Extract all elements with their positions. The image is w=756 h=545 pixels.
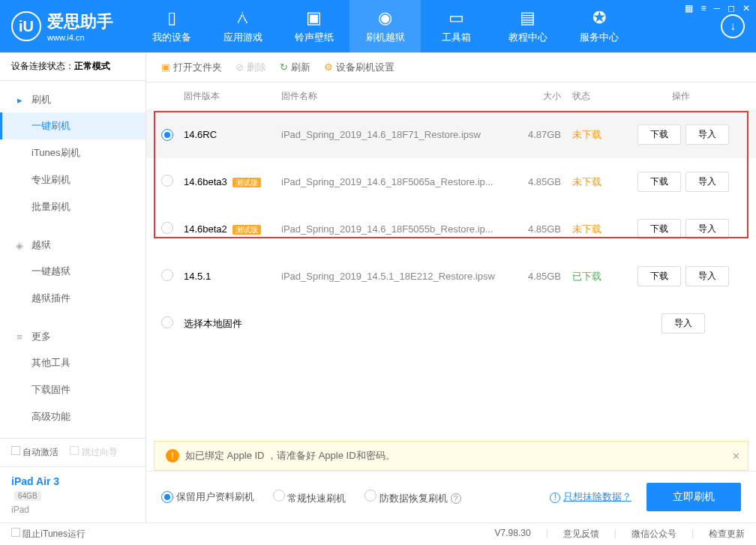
row-version: 14.6beta2 测试版 [184,223,281,235]
gift-icon[interactable]: ▦ [685,3,693,13]
feedback-link[interactable]: 意见反馈 [563,528,599,541]
download-button[interactable]: 下载 [638,266,681,286]
sidebar-item-advanced[interactable]: 高级功能 [0,403,146,430]
nav-apps[interactable]: ⩑应用游戏 [207,0,278,52]
row-radio[interactable] [161,269,173,281]
sidebar-item-other[interactable]: 其他工具 [0,349,146,376]
row-radio[interactable] [161,222,173,234]
row-status: 已下载 [561,270,621,283]
download-button[interactable]: ↓ [721,14,745,38]
sidebar-group-flash[interactable]: ▸刷机 [0,87,146,112]
beta-badge: 测试版 [232,178,261,187]
sidebar-item-jailbreak[interactable]: 一键越狱 [0,258,146,285]
music-icon: ▣ [306,8,322,28]
row-version: 选择本地固件 [184,317,281,331]
nav-flash[interactable]: ◉刷机越狱 [350,0,421,52]
firmware-row[interactable]: 14.6beta2 测试版iPad_Spring_2019_14.6_18F50… [146,205,756,253]
beta-badge: 测试版 [232,225,261,235]
more-icon: ≡ [14,331,26,343]
shield-icon: ◉ [378,8,392,28]
minimize-icon[interactable]: ─ [713,3,720,13]
main-content: ▣打开文件夹 ⊘删除 ↻刷新 ⚙设备刷机设置 固件版本 固件名称 大小 状态 操… [146,52,756,523]
nav-tutorials[interactable]: ▤教程中心 [492,0,563,52]
close-icon[interactable]: ✕ [742,3,750,13]
th-version: 固件版本 [184,90,281,103]
firmware-row[interactable]: 14.6beta3 测试版iPad_Spring_2019_14.6_18F50… [146,158,756,205]
row-version: 14.6beta3 测试版 [184,176,281,188]
download-button[interactable]: 下载 [638,219,681,239]
th-size: 大小 [501,90,561,103]
sidebar: 设备连接状态：正常模式 ▸刷机 一键刷机 iTunes刷机 专业刷机 批量刷机 … [0,52,146,523]
download-button[interactable]: 下载 [638,124,681,145]
flash-icon: ▸ [14,94,26,106]
update-link[interactable]: 检查更新 [709,528,745,541]
menu-icon[interactable]: ≡ [700,3,706,13]
flash-opt-preserve[interactable]: 保留用户资料刷机 [161,490,254,504]
download-icon: ↓ [730,19,736,33]
firmware-row[interactable]: 14.5.1iPad_Spring_2019_14.5.1_18E212_Res… [146,253,756,300]
row-version: 14.5.1 [184,271,281,282]
th-action: 操作 [621,90,741,103]
nav-toolbox[interactable]: ▭工具箱 [421,0,492,52]
maximize-icon[interactable]: ◻ [728,3,735,13]
th-name: 固件名称 [281,90,501,103]
flash-opt-normal[interactable]: 常规快速刷机 [273,490,346,505]
sidebar-item-pro[interactable]: 专业刷机 [0,166,146,193]
sidebar-item-download[interactable]: 下载固件 [0,376,146,403]
sidebar-item-plugins[interactable]: 越狱插件 [0,285,146,312]
logo-icon: iU [11,11,41,41]
row-radio[interactable] [161,129,173,141]
sidebar-item-itunes[interactable]: iTunes刷机 [0,139,146,166]
jailbreak-icon: ◈ [14,239,26,251]
device-info[interactable]: iPad Air 3 64GB iPad [0,466,146,523]
delete-button[interactable]: ⊘删除 [236,61,266,74]
flash-now-button[interactable]: 立即刷机 [646,483,741,511]
auto-activate-checkbox[interactable]: 自动激活 [11,446,58,459]
apps-icon: ⩑ [235,8,251,28]
sidebar-item-batch[interactable]: 批量刷机 [0,193,146,220]
nav-ringtones[interactable]: ▣铃声壁纸 [278,0,350,52]
appleid-banner: ! 如已绑定 Apple ID ，请准备好 Apple ID和密码。 ✕ [154,441,748,471]
import-button[interactable]: 导入 [662,313,705,334]
open-folder-button[interactable]: ▣打开文件夹 [161,61,222,74]
sidebar-item-oneclick[interactable]: 一键刷机 [0,112,146,139]
folder-icon: ▣ [161,61,170,73]
sidebar-group-more[interactable]: ≡更多 [0,324,146,349]
block-itunes-checkbox[interactable]: 阻止iTunes运行 [11,528,86,541]
skip-guide-checkbox[interactable]: 跳过向导 [70,446,117,459]
firmware-table: 14.6RCiPad_Spring_2019_14.6_18F71_Restor… [146,111,756,347]
window-controls: ▦ ≡ ─ ◻ ✕ [685,3,750,13]
row-name: iPad_Spring_2019_14.6_18F5055b_Restore.i… [281,223,501,235]
row-size: 4.85GB [501,271,561,282]
nav: ▯我的设备 ⩑应用游戏 ▣铃声壁纸 ◉刷机越狱 ▭工具箱 ▤教程中心 ✪服务中心 [136,0,710,52]
th-status: 状态 [561,90,621,103]
banner-close-button[interactable]: ✕ [732,451,740,462]
import-button[interactable]: 导入 [686,266,729,286]
row-status: 未下载 [561,175,621,189]
device-storage: 64GB [14,491,41,501]
phone-icon: ▯ [167,8,176,28]
wechat-link[interactable]: 微信公众号 [632,528,676,541]
info-icon[interactable]: ? [451,493,461,504]
firmware-row[interactable]: 14.6RCiPad_Spring_2019_14.6_18F71_Restor… [146,111,756,158]
row-radio[interactable] [161,175,173,187]
row-radio[interactable] [161,316,173,328]
erase-link[interactable]: ! 只想抹除数据？ [550,490,632,504]
refresh-button[interactable]: ↻刷新 [280,61,310,74]
import-button[interactable]: 导入 [686,124,729,145]
nav-my-device[interactable]: ▯我的设备 [136,0,207,52]
download-button[interactable]: 下载 [638,172,681,192]
flash-opt-antirecover[interactable]: 防数据恢复刷机 ? [364,490,460,505]
logo[interactable]: iU 爱思助手 www.i4.cn [11,10,113,42]
import-button[interactable]: 导入 [686,172,729,192]
row-status: 未下载 [561,128,621,142]
settings-button[interactable]: ⚙设备刷机设置 [324,61,394,74]
sidebar-group-jailbreak[interactable]: ◈越狱 [0,232,146,258]
toolbar: ▣打开文件夹 ⊘删除 ↻刷新 ⚙设备刷机设置 [146,52,756,82]
row-version: 14.6RC [184,129,281,140]
firmware-row[interactable]: 选择本地固件导入 [146,300,756,347]
footer: 阻止iTunes运行 V7.98.30 | 意见反馈 | 微信公众号 | 检查更… [0,523,756,545]
import-button[interactable]: 导入 [686,219,729,239]
nav-service[interactable]: ✪服务中心 [563,0,634,52]
table-header: 固件版本 固件名称 大小 状态 操作 [146,82,756,111]
